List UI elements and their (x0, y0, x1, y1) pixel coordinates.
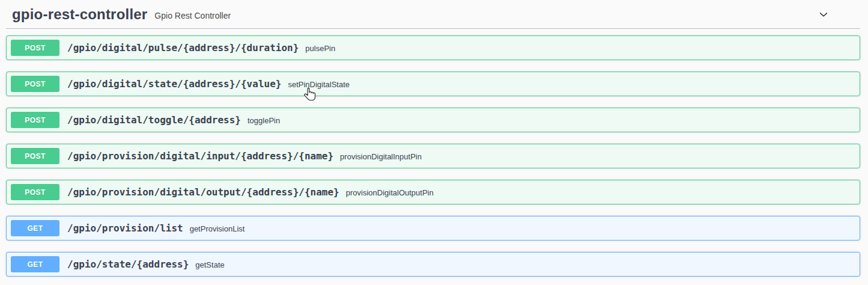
tag-description: Gpio Rest Controller (154, 8, 231, 20)
endpoint-row[interactable]: POST /gpio/digital/toggle/{address} togg… (6, 108, 860, 132)
endpoint-row[interactable]: POST /gpio/provision/digital/output/{add… (6, 180, 860, 204)
swagger-tag-section: gpio-rest-controller Gpio Rest Controlle… (0, 0, 868, 277)
http-method-badge: POST (11, 112, 59, 128)
endpoint-path: /gpio/provision/list (67, 222, 183, 234)
endpoint-row[interactable]: POST /gpio/provision/digital/input/{addr… (6, 144, 860, 168)
endpoint-row[interactable]: POST /gpio/digital/pulse/{address}/{dura… (6, 35, 860, 60)
http-method-badge: POST (11, 76, 59, 92)
endpoint-path: /gpio/state/{address} (67, 259, 189, 270)
tag-section-header[interactable]: gpio-rest-controller Gpio Rest Controlle… (0, 0, 868, 28)
chevron-down-icon[interactable] (816, 7, 831, 22)
operation-id: getProvisionList (190, 224, 245, 233)
endpoint-row[interactable]: POST /gpio/digital/state/{address}/{valu… (6, 72, 860, 96)
endpoint-path: /gpio/digital/pulse/{address}/{duration} (67, 42, 299, 54)
endpoint-path: /gpio/provision/digital/output/{address}… (67, 186, 339, 198)
endpoint-path: /gpio/provision/digital/input/{address}/… (67, 150, 333, 162)
endpoint-row[interactable]: GET /gpio/provision/list getProvisionLis… (6, 216, 860, 241)
endpoint-path: /gpio/digital/toggle/{address} (67, 114, 241, 126)
http-method-badge: GET (11, 220, 59, 236)
operation-id: togglePin (247, 115, 280, 125)
endpoint-list: POST /gpio/digital/pulse/{address}/{dura… (0, 29, 868, 277)
tag-title: gpio-rest-controller (12, 6, 147, 23)
operation-id: provisionDigitalOutputPin (346, 188, 434, 197)
http-method-badge: POST (11, 184, 59, 200)
endpoint-path: /gpio/digital/state/{address}/{value} (67, 78, 281, 90)
operation-id: setPinDigitalState (288, 79, 350, 89)
http-method-badge: GET (11, 256, 59, 272)
http-method-badge: POST (11, 148, 59, 164)
http-method-badge: POST (11, 40, 59, 56)
endpoint-row[interactable]: GET /gpio/state/{address} getState (6, 252, 860, 277)
operation-id: getState (195, 260, 224, 269)
operation-id: provisionDigitalInputPin (340, 152, 422, 161)
operation-id: pulsePin (305, 43, 335, 53)
